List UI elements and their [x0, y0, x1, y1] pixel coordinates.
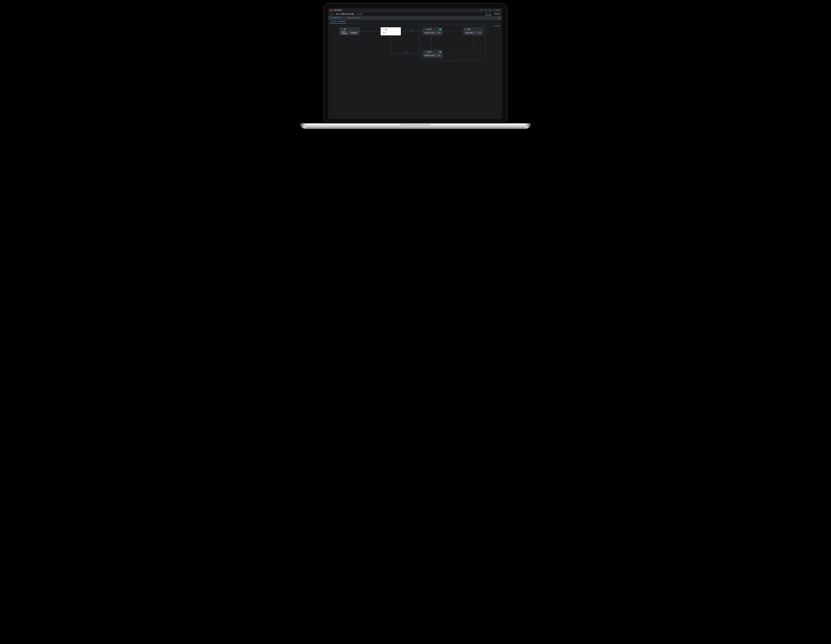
laptop-mockup: KEYSIGHT admin Home [295, 0, 536, 136]
svg-point-3 [494, 10, 495, 10]
node-cucp-head: CU-CP [423, 27, 443, 31]
node-5gc-head: 5GC [463, 27, 483, 31]
node-ue-field-value: 1000000 [350, 32, 358, 34]
start-test-button[interactable]: START TEST [330, 17, 341, 19]
crumb-page: Overview [356, 13, 363, 15]
node-cucp-field-label: Name: CU-CP-1 [425, 32, 435, 33]
app-header: KEYSIGHT admin [328, 8, 502, 12]
node-5gc[interactable]: 5GC AMF: AMF-1 1 [463, 27, 484, 35]
node-ue-title: UE [344, 29, 346, 30]
node-du-head: DU [381, 27, 401, 31]
gear-icon[interactable] [489, 9, 491, 11]
play-icon [330, 17, 331, 19]
brand-logo-icon [330, 9, 333, 11]
crumb-home[interactable]: Home [330, 13, 334, 15]
node-5gc-field-label: AMF: AMF-1 [465, 32, 473, 33]
node-du[interactable]: DU DUT [380, 27, 401, 35]
svg-rect-8 [332, 22, 332, 22]
help-icon[interactable] [480, 9, 482, 11]
svg-rect-5 [331, 21, 331, 21]
base-edge-left [300, 123, 307, 129]
laptop-base [300, 123, 531, 129]
node-du-field[interactable]: DUT [382, 31, 400, 34]
brand-name: KEYSIGHT [334, 9, 342, 11]
node-5gc-field[interactable]: AMF: AMF-1 1 [464, 31, 482, 34]
node-cuup-field-label: Name: CU-UP-1 [425, 54, 435, 56]
chevron-right-icon: › [335, 13, 335, 15]
node-5gc-field-value: 1 [479, 32, 481, 34]
trackpad-notch [400, 123, 431, 126]
node-cucp[interactable]: CU-CP Name: CU-CP-1 1 [422, 27, 443, 35]
antenna-icon [382, 29, 384, 30]
bell-icon[interactable] [485, 9, 487, 11]
expand-button[interactable]: EXPAND [491, 25, 500, 27]
brand[interactable]: KEYSIGHT [330, 9, 342, 11]
overview-icon [331, 21, 333, 22]
start-test-label: START TEST [332, 17, 341, 19]
node-cuup-head: CU-UP [423, 50, 443, 54]
breadcrumb-row: Home › 615 - CuSIM Base Config › Overvie… [328, 12, 502, 16]
node-cucp-field[interactable]: Name: CU-CP-1 1 [423, 31, 442, 34]
status-badge-icon [439, 51, 441, 53]
chevron-down-icon [491, 25, 493, 27]
node-du-field-label: DUT [383, 32, 386, 33]
test-status: Test is not started [347, 17, 359, 19]
tab-overview[interactable]: Overview [485, 13, 491, 16]
status-badge-icon [439, 29, 441, 30]
breadcrumb: Home › 615 - CuSIM Base Config › Overvie… [330, 13, 363, 15]
svg-rect-4 [498, 17, 500, 18]
svg-point-2 [490, 10, 490, 11]
crumb-config[interactable]: 615 - CuSIM Base Config [336, 13, 354, 15]
node-5gc-title: 5GC [468, 29, 471, 30]
user-chip[interactable]: admin [493, 9, 500, 11]
chevron-right-icon: › [355, 13, 355, 15]
phone-icon [341, 29, 343, 30]
expand-label: EXPAND [494, 25, 500, 27]
node-ue-field[interactable]: MSIN: 0000000... 1000000 [341, 31, 358, 34]
user-icon [493, 9, 495, 11]
svg-rect-7 [331, 22, 331, 22]
antenna-icon [424, 51, 426, 53]
node-cuup-title: CU-UP [427, 51, 431, 53]
node-du-title: DU [385, 29, 387, 30]
antenna-icon [424, 29, 426, 30]
subtab-bar: TEST OVERVIEW [328, 20, 502, 24]
link-label-f1up: F1-UP [404, 52, 408, 54]
toolbar-left: START TEST Test is not started [330, 17, 359, 19]
node-cuup-field-value: 1 [438, 54, 441, 56]
node-cucp-title: CU-CP [427, 29, 431, 30]
svg-rect-14 [465, 29, 466, 29]
base-edge-right [524, 123, 531, 129]
node-cuup[interactable]: CU-UP Name: CU-UP-1 1 [422, 50, 443, 58]
laptop-shadow [304, 128, 527, 133]
toolbar: START TEST Test is not started [328, 16, 502, 20]
subtab-test-overview[interactable]: TEST OVERVIEW [330, 20, 347, 24]
tab-statistics[interactable]: Statistics [494, 13, 500, 16]
panel-toggle-button[interactable] [497, 16, 500, 19]
svg-rect-6 [332, 21, 332, 21]
node-ue[interactable]: UE MSIN: 0000000... 1000000 [339, 27, 360, 35]
node-cucp-field-value: 1 [438, 32, 441, 34]
topology-canvas: F1-CP F1-UP XN EXPAND UE MSIN [328, 24, 502, 119]
app-screen: KEYSIGHT admin Home [328, 8, 502, 119]
username: admin [496, 9, 500, 11]
node-ue-head: UE [339, 27, 360, 31]
node-ue-field-label: MSIN: 0000000... [342, 31, 349, 34]
nav-tabs: Overview Statistics [485, 13, 500, 16]
link-label-f1cp: F1-CP [410, 29, 414, 31]
node-cuup-field[interactable]: Name: CU-UP-1 1 [423, 54, 442, 57]
core-icon [465, 29, 466, 30]
panel-icon [498, 17, 500, 19]
svg-rect-15 [465, 29, 466, 30]
subtab-label: TEST OVERVIEW [333, 21, 345, 22]
header-actions: admin [480, 9, 500, 11]
